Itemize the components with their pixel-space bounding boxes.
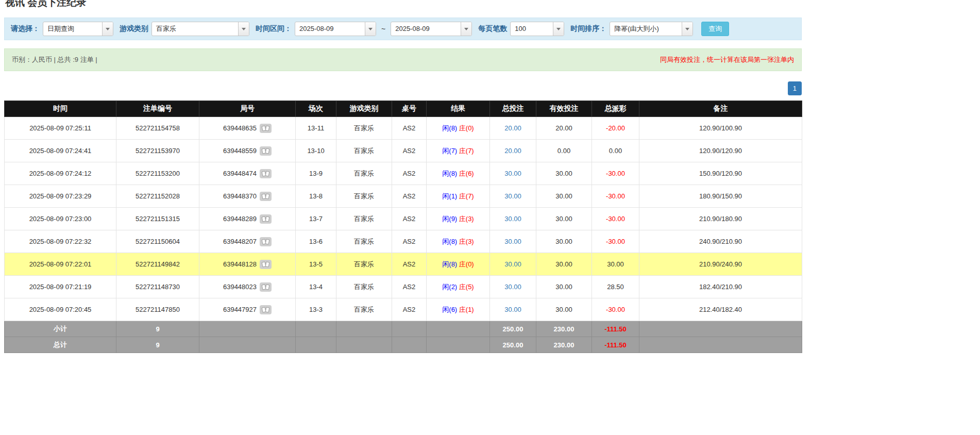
game-type-label: 游戏类别 [120, 24, 148, 34]
total-bet-link[interactable]: 20.00 [504, 147, 521, 155]
summary-currency-count: 币别：人民币 | 总共 :9 注单 | [12, 55, 97, 64]
cell-remark: 210.90/180.90 [639, 208, 802, 230]
cards-icon[interactable] [260, 282, 272, 292]
column-header: 游戏类别 [336, 101, 392, 117]
chevron-down-icon[interactable] [102, 22, 113, 36]
table-row: 2025-08-09 07:25:11522721154758639448635… [5, 117, 802, 140]
footer-valid-bet: 230.00 [536, 321, 592, 337]
footer-payout: -111.50 [592, 337, 639, 353]
page-1-button[interactable]: 1 [788, 81, 802, 95]
cell-round-id: 639448559 [199, 140, 296, 162]
cell-time: 2025-08-09 07:25:11 [5, 117, 116, 140]
cards-icon-graphic [260, 260, 272, 269]
summary-bar: 币别：人民币 | 总共 :9 注单 | 同局有效投注，统一计算在该局第一张注单内 [4, 48, 802, 71]
cell-payout: -30.00 [592, 230, 639, 253]
cell-session: 13-8 [296, 185, 336, 208]
sort-label: 时间排序： [570, 24, 606, 34]
cell-remark: 180.90/150.90 [639, 185, 802, 208]
cell-table-no: AS2 [392, 185, 427, 208]
chevron-down-icon[interactable] [365, 22, 376, 36]
cell-table-no: AS2 [392, 230, 427, 253]
cell-payout: -30.00 [592, 185, 639, 208]
footer-empty-cell [639, 321, 802, 337]
result-banker: 庄(3) [459, 238, 474, 245]
page: 视讯 会员下注纪录 请选择： 日期查询 游戏类别 百家乐 时间区间： 2025-… [0, 0, 980, 435]
cell-result: 闲(8) 庄(0) [427, 253, 490, 276]
cell-time: 2025-08-09 07:24:12 [5, 162, 116, 185]
cell-bet-id: 522721150604 [116, 230, 199, 253]
cards-icon-graphic [260, 169, 272, 178]
footer-total-bet: 250.00 [490, 321, 536, 337]
cell-session: 13-11 [296, 117, 336, 140]
cell-bet-id: 522721149842 [116, 253, 199, 276]
column-header: 总派彩 [592, 101, 639, 117]
time-range-label: 时间区间： [256, 24, 292, 34]
total-bet-link[interactable]: 30.00 [504, 260, 521, 268]
total-bet-link[interactable]: 20.00 [504, 124, 521, 132]
cards-icon-graphic [260, 192, 272, 201]
footer-empty-cell [336, 337, 392, 353]
cell-round-id: 639448023 [199, 276, 296, 298]
search-button[interactable]: 查询 [701, 22, 729, 36]
total-bet-link[interactable]: 30.00 [504, 170, 521, 177]
cell-total-bet: 30.00 [490, 230, 536, 253]
cards-icon[interactable] [260, 169, 272, 178]
table-row: 2025-08-09 07:22:01522721149842639448128… [5, 253, 802, 276]
total-bet-link[interactable]: 30.00 [504, 192, 521, 200]
total-bet-link[interactable]: 30.00 [504, 215, 521, 223]
query-type-select[interactable]: 日期查询 [43, 22, 113, 36]
cards-icon[interactable] [260, 305, 272, 314]
cell-bet-id: 522721153200 [116, 162, 199, 185]
cell-round-id: 639448128 [199, 253, 296, 276]
cards-icon[interactable] [260, 146, 272, 156]
game-type-select[interactable]: 百家乐 [151, 22, 249, 36]
cell-game-type: 百家乐 [336, 185, 392, 208]
result-player: 闲(7) [442, 147, 457, 155]
cell-remark: 182.40/210.90 [639, 276, 802, 298]
cell-remark: 120.90/120.90 [639, 140, 802, 162]
table-row: 2025-08-09 07:23:29522721152028639448370… [5, 185, 802, 208]
cell-total-bet: 30.00 [490, 208, 536, 230]
table-row: 2025-08-09 07:20:45522721147850639447927… [5, 298, 802, 321]
page-size-select[interactable]: 100 [510, 22, 564, 36]
sort-select[interactable]: 降幂(由大到小) [610, 22, 693, 36]
date-to-value: 2025-08-09 [391, 22, 461, 36]
date-to-picker[interactable]: 2025-08-09 [391, 22, 472, 36]
cards-icon-graphic [260, 305, 272, 314]
total-bet-link[interactable]: 30.00 [504, 306, 521, 313]
cell-bet-id: 522721151315 [116, 208, 199, 230]
cell-game-type: 百家乐 [336, 230, 392, 253]
column-header: 局号 [199, 101, 296, 117]
total-bet-link[interactable]: 30.00 [504, 283, 521, 291]
chevron-down-icon[interactable] [682, 22, 692, 36]
cards-icon[interactable] [260, 214, 272, 224]
result-banker: 庄(6) [459, 170, 474, 177]
chevron-down-icon[interactable] [238, 22, 249, 36]
subtotal-row: 小计9250.00230.00-111.50 [5, 321, 802, 337]
filter-bar: 请选择： 日期查询 游戏类别 百家乐 时间区间： 2025-08-09 ~ 20… [4, 18, 802, 40]
footer-valid-bet: 230.00 [536, 337, 592, 353]
query-type-value: 日期查询 [43, 22, 102, 36]
footer-empty-cell [427, 337, 490, 353]
page-title: 视讯 会员下注纪录 [5, 0, 802, 9]
cards-icon[interactable] [260, 237, 272, 246]
cell-round-id: 639448370 [199, 185, 296, 208]
chevron-down-icon[interactable] [461, 22, 471, 36]
total-bet-link[interactable]: 30.00 [504, 238, 521, 245]
cell-table-no: AS2 [392, 298, 427, 321]
cards-icon[interactable] [260, 192, 272, 201]
date-from-picker[interactable]: 2025-08-09 [295, 22, 376, 36]
date-range-separator: ~ [381, 25, 385, 33]
cell-total-bet: 20.00 [490, 117, 536, 140]
cell-remark: 212.40/182.40 [639, 298, 802, 321]
cell-table-no: AS2 [392, 162, 427, 185]
total-row: 总计9250.00230.00-111.50 [5, 337, 802, 353]
records-table: 时间注单编号局号场次游戏类别桌号结果总投注有效投注总派彩备注 2025-08-0… [4, 101, 802, 353]
chevron-down-icon[interactable] [553, 22, 564, 36]
cards-icon[interactable] [260, 260, 272, 269]
cards-icon[interactable] [260, 124, 272, 133]
table-header-row: 时间注单编号局号场次游戏类别桌号结果总投注有效投注总派彩备注 [5, 101, 802, 117]
cell-bet-id: 522721147850 [116, 298, 199, 321]
cell-game-type: 百家乐 [336, 276, 392, 298]
cell-round-id: 639448635 [199, 117, 296, 140]
